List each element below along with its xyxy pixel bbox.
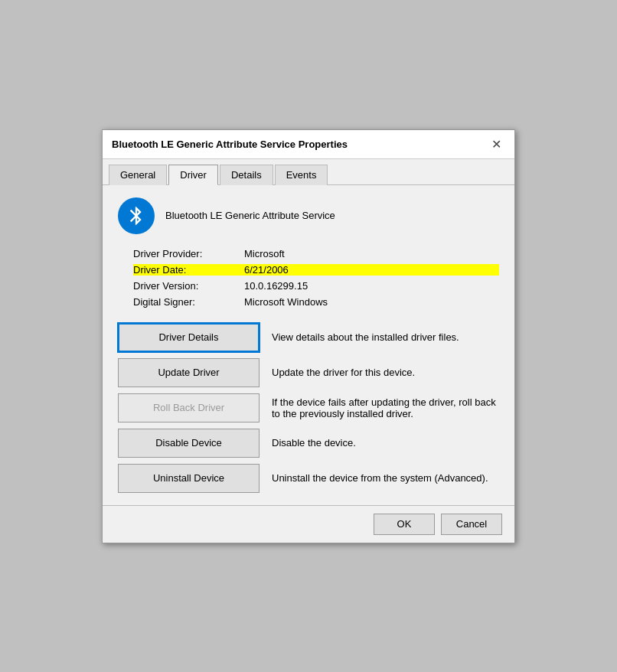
date-value: 6/21/2006 <box>244 264 499 276</box>
update-driver-row: Update Driver Update the driver for this… <box>118 358 499 387</box>
device-header: Bluetooth LE Generic Attribute Service <box>118 197 499 234</box>
uninstall-device-desc: Uninstall the device from the system (Ad… <box>272 472 499 484</box>
tab-bar: General Driver Details Events <box>103 159 514 185</box>
properties-dialog: Bluetooth LE Generic Attribute Service P… <box>102 129 515 543</box>
provider-value: Microsoft <box>244 248 499 259</box>
footer: OK Cancel <box>103 505 514 543</box>
tab-content: Bluetooth LE Generic Attribute Service D… <box>103 185 514 505</box>
roll-back-driver-row: Roll Back Driver If the device fails aft… <box>118 393 499 422</box>
update-driver-button[interactable]: Update Driver <box>118 358 260 387</box>
provider-label: Driver Provider: <box>133 248 244 259</box>
driver-details-desc: View details about the installed driver … <box>272 331 499 343</box>
close-button[interactable]: ✕ <box>487 135 505 153</box>
uninstall-device-button[interactable]: Uninstall Device <box>118 464 260 493</box>
disable-device-row: Disable Device Disable the device. <box>118 429 499 458</box>
tab-details[interactable]: Details <box>220 165 273 185</box>
device-name: Bluetooth LE Generic Attribute Service <box>165 210 335 221</box>
version-value: 10.0.16299.15 <box>244 280 499 292</box>
tab-driver[interactable]: Driver <box>168 165 218 185</box>
tab-general[interactable]: General <box>109 165 167 185</box>
driver-details-button[interactable]: Driver Details <box>118 323 260 352</box>
info-table: Driver Provider: Microsoft Driver Date: … <box>133 248 499 308</box>
update-driver-desc: Update the driver for this device. <box>272 367 499 378</box>
bluetooth-icon <box>118 197 155 234</box>
title-bar: Bluetooth LE Generic Attribute Service P… <box>103 130 514 159</box>
signer-value: Microsoft Windows <box>244 296 499 308</box>
date-label: Driver Date: <box>133 264 244 276</box>
driver-details-row: Driver Details View details about the in… <box>118 323 499 352</box>
roll-back-driver-button[interactable]: Roll Back Driver <box>118 393 260 422</box>
tab-events[interactable]: Events <box>275 165 328 185</box>
signer-label: Digital Signer: <box>133 296 244 308</box>
version-label: Driver Version: <box>133 280 244 292</box>
uninstall-device-row: Uninstall Device Uninstall the device fr… <box>118 464 499 493</box>
ok-button[interactable]: OK <box>374 514 435 535</box>
disable-device-button[interactable]: Disable Device <box>118 429 260 458</box>
action-buttons: Driver Details View details about the in… <box>118 323 499 493</box>
dialog-title: Bluetooth LE Generic Attribute Service P… <box>112 139 348 150</box>
roll-back-driver-desc: If the device fails after updating the d… <box>272 396 499 419</box>
cancel-button[interactable]: Cancel <box>441 514 502 535</box>
disable-device-desc: Disable the device. <box>272 437 499 449</box>
